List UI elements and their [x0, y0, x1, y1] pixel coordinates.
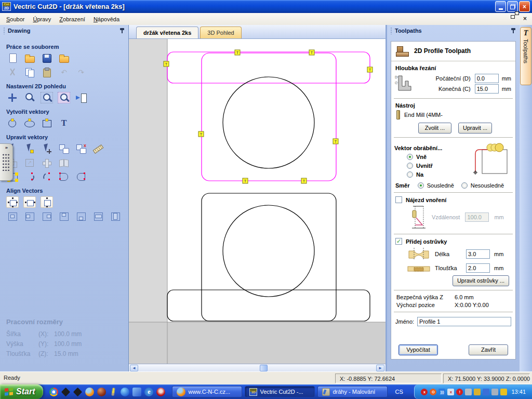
zoom-box-icon[interactable] — [41, 92, 53, 103]
horizontal-scrollbar[interactable]: ◄ ► — [129, 364, 385, 371]
start-button[interactable]: Start — [0, 384, 43, 399]
cut-icon[interactable] — [6, 66, 19, 78]
minimize-button[interactable] — [495, 1, 506, 12]
tab-thickness-input[interactable] — [466, 263, 490, 273]
menu-napoveda[interactable]: Nápověda — [89, 15, 124, 24]
messenger-icon[interactable] — [132, 388, 141, 396]
align-inside-center-icon[interactable] — [6, 210, 19, 222]
safely-remove-icon[interactable]: x — [421, 389, 428, 395]
taskbar-button[interactable]: www.C-N-C.cz... — [172, 386, 242, 397]
draw-text-icon[interactable]: T — [58, 117, 70, 129]
pan-view-icon[interactable] — [6, 92, 19, 103]
join-vectors-icon[interactable] — [58, 171, 70, 182]
align-stretch-horizontal-icon[interactable] — [92, 210, 104, 222]
paste-icon[interactable] — [41, 66, 53, 78]
draw-circle-icon[interactable] — [6, 117, 19, 129]
opera-tray-icon[interactable]: O — [430, 389, 436, 395]
opera-sphere-icon[interactable] — [97, 388, 106, 396]
cut-vector-icon[interactable] — [23, 171, 36, 182]
redo-icon[interactable]: ↷ — [75, 66, 87, 78]
tab-3d-view[interactable]: 3D Pohled — [200, 26, 241, 38]
menu-zobrazeni[interactable]: Zobrazení — [55, 15, 89, 24]
align-bottom-icon[interactable] — [75, 210, 87, 222]
select-tool-button[interactable]: Zvolit ... — [418, 123, 451, 134]
switch-view-icon[interactable] — [75, 92, 87, 103]
security-alert-icon[interactable]: ! — [456, 389, 463, 395]
new-file-icon[interactable] — [6, 52, 19, 64]
media-player-icon[interactable] — [121, 388, 129, 396]
wireless-network-icon[interactable]: ))) — [438, 389, 445, 395]
pin-icon[interactable] — [511, 28, 516, 34]
align-center-horizontal-icon[interactable] — [23, 196, 36, 208]
mdi-close-button[interactable]: × — [521, 15, 529, 22]
drawing-canvas[interactable]: TTTTTTTT — [129, 39, 385, 364]
tab-2d-view[interactable]: držák vřetena 2ks — [136, 26, 198, 38]
language-indicator[interactable]: CS — [391, 387, 406, 396]
display-settings-icon[interactable] — [483, 389, 489, 395]
taskbar-button[interactable]: dráhy - Malování — [317, 386, 388, 397]
tab-length-input[interactable] — [466, 249, 490, 259]
open-file-icon[interactable] — [23, 52, 36, 64]
taskbar-button[interactable]: 2DVectric Cut2D -... — [245, 386, 315, 397]
align-right-icon[interactable] — [41, 210, 53, 222]
measure-icon[interactable] — [92, 143, 104, 154]
start-depth-input[interactable] — [475, 74, 499, 83]
scale-vectors-icon[interactable]: ↗ — [23, 157, 36, 168]
extend-vector-icon[interactable] — [41, 171, 53, 182]
radio-climb[interactable]: Sousledně — [418, 182, 454, 189]
menu-soubor[interactable]: Soubor — [2, 15, 29, 24]
radio-outside[interactable]: Vně — [407, 154, 469, 160]
calculate-button[interactable]: Vypočítat — [398, 344, 438, 355]
align-top-icon[interactable] — [58, 210, 70, 222]
tabs-checkbox-row[interactable]: ✓ Přidej ostrůvky — [395, 238, 511, 245]
radio-conventional[interactable]: Nesousledně — [461, 182, 504, 189]
pin-icon[interactable] — [119, 28, 125, 34]
end-depth-input[interactable] — [475, 84, 499, 94]
menu-upravy[interactable]: Úpravy — [29, 15, 55, 24]
align-center-vertical-icon[interactable] — [41, 196, 53, 208]
draw-rectangle-icon[interactable] — [41, 117, 53, 129]
scrollbar-thumb[interactable] — [260, 365, 268, 371]
flyout-handle[interactable]: » — [0, 143, 13, 181]
scroll-left-button[interactable]: ◄ — [130, 365, 138, 371]
align-center-icon[interactable] — [6, 196, 19, 208]
edit-tool-button[interactable]: Upravit ... — [458, 123, 492, 134]
radio-on[interactable]: Na — [407, 171, 469, 178]
save-file-icon[interactable] — [41, 52, 53, 64]
toolpath-name-input[interactable] — [417, 317, 511, 326]
volume-icon[interactable] — [474, 389, 481, 395]
close-toolpath-button[interactable]: Zavřít — [469, 344, 508, 355]
restore-button[interactable] — [507, 1, 518, 12]
chrome-icon[interactable] — [49, 388, 58, 396]
ramp-distance-input[interactable] — [465, 212, 489, 222]
close-button[interactable]: × — [519, 1, 530, 12]
import-vectors-icon[interactable] — [58, 52, 70, 64]
close-vector-icon[interactable] — [75, 171, 87, 182]
inkscape-icon[interactable] — [61, 387, 70, 396]
zoom-icon[interactable] — [23, 92, 36, 103]
alarm-icon[interactable] — [500, 389, 507, 395]
firefox-icon[interactable] — [85, 388, 94, 396]
node-edit-icon[interactable] — [23, 143, 36, 154]
weld-vectors-icon[interactable] — [41, 157, 53, 168]
red-app-icon[interactable] — [156, 388, 165, 396]
copy-icon[interactable] — [23, 66, 36, 78]
mdi-restore-button[interactable] — [511, 15, 518, 22]
ramp-checkbox-row[interactable]: Nájezd vnoření — [395, 196, 511, 203]
transform-vectors-icon[interactable] — [41, 143, 53, 154]
ungroup-vectors-icon[interactable]: x — [75, 143, 87, 154]
inkscape-2-icon[interactable] — [73, 387, 82, 396]
align-left-icon[interactable] — [23, 210, 36, 222]
network-offline-icon[interactable]: x — [447, 389, 454, 395]
scroll-right-button[interactable]: ► — [376, 365, 384, 371]
internet-explorer-icon[interactable]: e — [144, 388, 153, 396]
group-vectors-icon[interactable] — [58, 143, 70, 154]
mouse-settings-icon[interactable] — [491, 389, 498, 395]
zoom-selected-icon[interactable] — [58, 92, 70, 103]
edit-tabs-button[interactable]: Upravit ostrůvky ... — [453, 275, 509, 286]
align-stretch-vertical-icon[interactable] — [109, 210, 122, 222]
mirror-vectors-icon[interactable] — [58, 157, 70, 168]
printer-icon[interactable] — [465, 389, 472, 395]
pencil-icon[interactable] — [111, 388, 115, 396]
undo-icon[interactable]: ↶ — [58, 66, 70, 78]
